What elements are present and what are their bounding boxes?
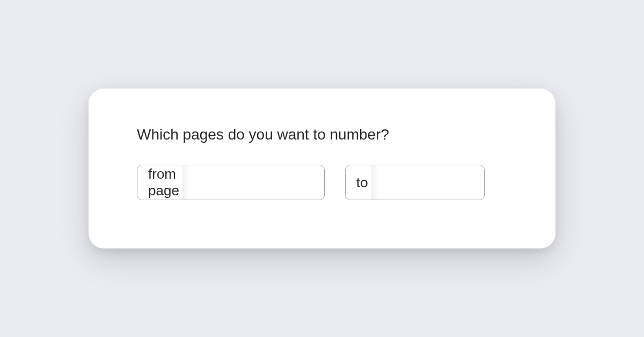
to-page-label: to	[346, 165, 379, 200]
from-page-field: from page	[137, 165, 325, 200]
from-page-input[interactable]	[190, 165, 325, 200]
dialog-prompt: Which pages do you want to number?	[137, 126, 507, 143]
to-page-input[interactable]	[379, 165, 485, 200]
page-range-fields: from page to	[137, 165, 507, 200]
to-page-field: to	[345, 165, 485, 200]
from-page-label: from page	[137, 165, 190, 200]
page-numbering-dialog: Which pages do you want to number? from …	[89, 89, 555, 248]
